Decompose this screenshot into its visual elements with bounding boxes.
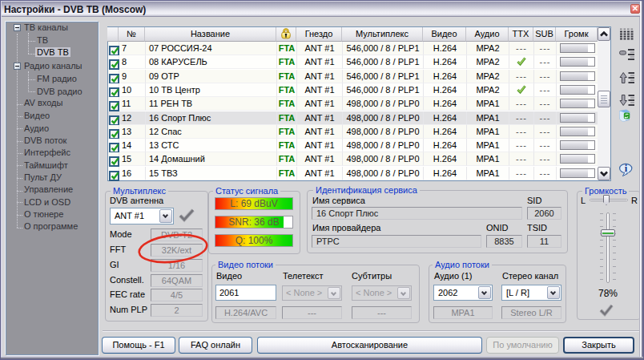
svg-text:i: i [625, 163, 628, 174]
